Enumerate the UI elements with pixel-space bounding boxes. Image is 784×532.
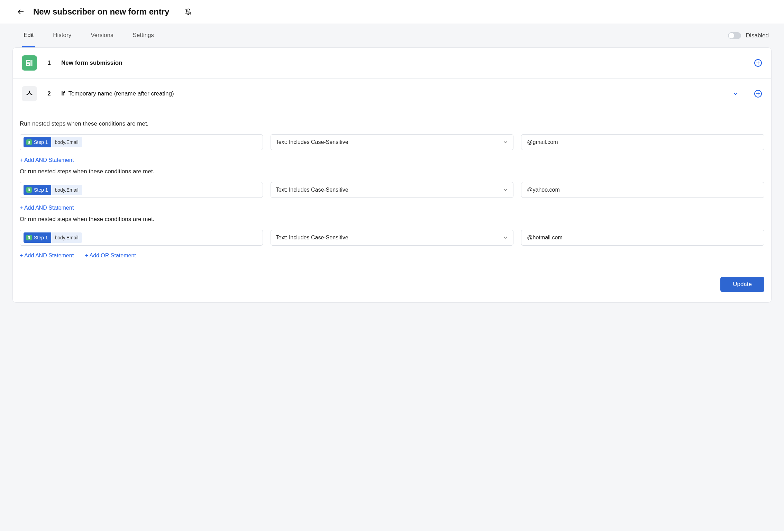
add-and-button[interactable]: + Add AND Statement bbox=[20, 157, 74, 163]
step-actions bbox=[754, 59, 762, 67]
step-number: 2 bbox=[47, 90, 52, 97]
condition-field-input[interactable]: Step 1 body.Email bbox=[20, 134, 263, 150]
field-path-chip[interactable]: body.Email bbox=[51, 137, 82, 147]
notifications-button[interactable] bbox=[184, 8, 192, 16]
condition-value: @yahoo.com bbox=[527, 187, 560, 193]
arrow-left-icon bbox=[17, 8, 25, 16]
plus-circle-icon bbox=[754, 59, 762, 67]
formstack-chip-icon bbox=[26, 235, 32, 240]
condition-value-input[interactable]: @hotmail.com bbox=[521, 230, 764, 246]
step-label: If Temporary name (rename after creating… bbox=[61, 90, 174, 97]
tab-settings[interactable]: Settings bbox=[131, 24, 155, 47]
condition-value-input[interactable]: @gmail.com bbox=[521, 134, 764, 150]
formstack-chip-icon bbox=[26, 139, 32, 145]
formstack-chip-icon bbox=[26, 187, 32, 193]
tabs: Edit History Versions Settings bbox=[12, 24, 165, 47]
svg-rect-16 bbox=[28, 142, 29, 143]
step-reference-chip[interactable]: Step 1 bbox=[24, 185, 51, 195]
step-label: New form submission bbox=[61, 59, 122, 66]
add-step-button[interactable] bbox=[754, 90, 762, 98]
conditions-or-heading: Or run nested steps when these condition… bbox=[20, 168, 764, 175]
operator-value: Text: Includes Case-Sensitive bbox=[276, 139, 348, 145]
branch-icon bbox=[25, 90, 34, 98]
condition-row: Step 1 body.Email Text: Includes Case-Se… bbox=[20, 182, 764, 198]
svg-rect-3 bbox=[27, 61, 30, 62]
conditions-panel: Run nested steps when these conditions a… bbox=[13, 109, 771, 302]
condition-value-input[interactable]: @yahoo.com bbox=[521, 182, 764, 198]
chevron-down-icon bbox=[503, 187, 508, 193]
svg-rect-17 bbox=[28, 143, 29, 143]
update-row: Update bbox=[20, 274, 764, 293]
chevron-down-icon bbox=[732, 91, 739, 97]
add-step-button[interactable] bbox=[754, 59, 762, 67]
condition-value: @gmail.com bbox=[527, 139, 558, 145]
condition-row: Step 1 body.Email Text: Includes Case-Se… bbox=[20, 230, 764, 246]
step-reference-chip[interactable]: Step 1 bbox=[24, 137, 51, 147]
condition-operator-select[interactable]: Text: Includes Case-Sensitive bbox=[271, 230, 514, 246]
tabs-row: Edit History Versions Settings Disabled bbox=[12, 24, 772, 47]
operator-value: Text: Includes Case-Sensitive bbox=[276, 187, 348, 193]
chevron-down-icon bbox=[503, 235, 508, 240]
step-name: New form submission bbox=[61, 59, 122, 66]
svg-rect-19 bbox=[28, 189, 29, 190]
enable-toggle-group: Disabled bbox=[728, 32, 769, 39]
svg-rect-4 bbox=[27, 63, 30, 63]
tab-edit[interactable]: Edit bbox=[22, 24, 35, 47]
step-chip-label: Step 1 bbox=[34, 235, 48, 240]
svg-rect-24 bbox=[28, 238, 29, 238]
operator-value: Text: Includes Case-Sensitive bbox=[276, 235, 348, 241]
conditions-or-heading: Or run nested steps when these condition… bbox=[20, 216, 764, 223]
step-chip-label: Step 1 bbox=[34, 187, 48, 193]
condition-value: @hotmail.com bbox=[527, 235, 563, 241]
plus-circle-icon bbox=[754, 90, 762, 98]
conditions-heading: Run nested steps when these conditions a… bbox=[20, 120, 764, 127]
step-if-label: If bbox=[61, 90, 65, 97]
svg-rect-15 bbox=[28, 141, 29, 142]
step-name: Temporary name (rename after creating) bbox=[68, 90, 174, 97]
step-row-2[interactable]: 2 If Temporary name (rename after creati… bbox=[13, 79, 771, 109]
enable-toggle-label: Disabled bbox=[746, 32, 769, 39]
formstack-icon bbox=[22, 55, 37, 71]
condition-field-input[interactable]: Step 1 body.Email bbox=[20, 182, 263, 198]
field-path-chip[interactable]: body.Email bbox=[51, 185, 82, 195]
step-number: 1 bbox=[47, 59, 52, 66]
field-path-chip[interactable]: body.Email bbox=[51, 232, 82, 243]
tab-history[interactable]: History bbox=[52, 24, 73, 47]
add-or-button[interactable]: + Add OR Statement bbox=[85, 253, 136, 259]
condition-row: Step 1 body.Email Text: Includes Case-Se… bbox=[20, 134, 764, 150]
step-row-1[interactable]: 1 New form submission bbox=[13, 48, 771, 79]
svg-rect-20 bbox=[28, 190, 29, 190]
workflow-card: 1 New form submission 2 bbox=[12, 47, 772, 303]
svg-rect-23 bbox=[28, 237, 29, 237]
svg-rect-6 bbox=[31, 60, 32, 66]
add-and-button[interactable]: + Add AND Statement bbox=[20, 253, 74, 259]
condition-operator-select[interactable]: Text: Includes Case-Sensitive bbox=[271, 134, 514, 150]
svg-rect-5 bbox=[27, 64, 28, 65]
condition-operator-select[interactable]: Text: Includes Case-Sensitive bbox=[271, 182, 514, 198]
branch-step-icon bbox=[22, 86, 37, 101]
step-chip-label: Step 1 bbox=[34, 139, 48, 145]
step-actions bbox=[732, 90, 762, 98]
page-header: New subscriber on new form entry bbox=[0, 0, 784, 24]
update-button[interactable]: Update bbox=[720, 277, 764, 292]
add-statement-links: + Add AND Statement + Add OR Statement bbox=[20, 253, 764, 264]
step-reference-chip[interactable]: Step 1 bbox=[24, 232, 51, 243]
collapse-step-button[interactable] bbox=[732, 91, 739, 97]
svg-rect-21 bbox=[28, 191, 29, 191]
back-button[interactable] bbox=[17, 8, 25, 16]
form-icon bbox=[25, 58, 34, 67]
chevron-down-icon bbox=[503, 139, 508, 145]
bell-off-icon bbox=[185, 8, 192, 15]
svg-rect-25 bbox=[28, 238, 29, 239]
add-and-button[interactable]: + Add AND Statement bbox=[20, 205, 74, 211]
workspace: Edit History Versions Settings Disabled bbox=[0, 24, 784, 531]
enable-toggle[interactable] bbox=[728, 32, 741, 39]
page-title: New subscriber on new form entry bbox=[33, 7, 169, 17]
svg-rect-7 bbox=[33, 60, 33, 66]
condition-field-input[interactable]: Step 1 body.Email bbox=[20, 230, 263, 246]
tab-versions[interactable]: Versions bbox=[89, 24, 115, 47]
